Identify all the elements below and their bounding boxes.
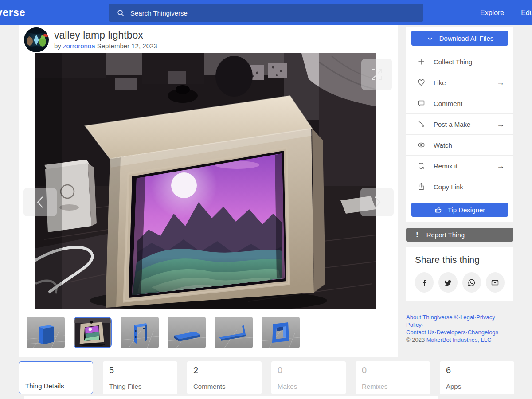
- thumbnail-photo-lightbox[interactable]: [74, 317, 112, 348]
- thumbnail-render-bracket[interactable]: [121, 317, 159, 348]
- nav-link-education[interactable]: Education: [521, 9, 532, 17]
- nav-link-explore[interactable]: Explore: [480, 9, 504, 17]
- tab-apps[interactable]: 6 Apps: [440, 361, 514, 394]
- thing-main-card: valley lamp lightbox by zorroronoa Septe…: [19, 25, 398, 357]
- remix-icon: [417, 161, 426, 170]
- share-whatsapp-button[interactable]: [462, 272, 481, 293]
- search-bar[interactable]: [109, 4, 423, 22]
- byline: by zorroronoa September 12, 2023: [54, 42, 157, 50]
- report-thing-button[interactable]: ! Report Thing: [406, 228, 513, 242]
- author-link[interactable]: zorroronoa: [63, 42, 95, 50]
- details-panel-top: [24, 396, 438, 399]
- valley-lightbox-photo: [35, 53, 376, 309]
- tab-thing-files[interactable]: 5 Thing Files: [103, 361, 177, 394]
- thingiverse-logo[interactable]: verse: [0, 6, 25, 19]
- exclamation-icon: !: [416, 231, 419, 239]
- remix-it-action[interactable]: Remix it →: [406, 155, 513, 176]
- download-all-files-button[interactable]: Download All Files: [411, 31, 508, 46]
- nav-links: Explore Education: [480, 0, 532, 25]
- avatar[interactable]: [24, 27, 49, 52]
- arrow-right-icon: →: [497, 120, 505, 129]
- facebook-icon: [420, 278, 429, 287]
- plus-icon: [417, 57, 426, 66]
- tab-remixes[interactable]: 0 Remixes: [356, 361, 430, 394]
- expand-icon: [368, 66, 386, 83]
- email-icon: [490, 278, 500, 287]
- moon: [171, 172, 197, 198]
- gallery-prev-button[interactable]: [23, 188, 57, 216]
- download-icon: [426, 34, 434, 42]
- tab-comments[interactable]: 2 Comments: [187, 361, 262, 394]
- thingiverse-page: verse Explore Education: [0, 0, 532, 399]
- tip-designer-button[interactable]: Tip Designer: [411, 203, 508, 217]
- arrow-right-icon: →: [497, 78, 505, 87]
- copyright-text: © 2023: [406, 336, 425, 343]
- publish-date: September 12, 2023: [97, 42, 157, 50]
- eye-icon: [417, 141, 426, 149]
- pen-icon: [417, 120, 426, 129]
- footer-links-line2[interactable]: Contact Us·Developers·Changelogs: [406, 329, 498, 336]
- collect-thing-action[interactable]: Collect Thing: [406, 51, 513, 72]
- share-title: Share this thing: [415, 254, 505, 265]
- search-icon: [117, 9, 125, 17]
- heart-icon: [417, 78, 426, 87]
- site-footer: About Thingiverse ®·Legal·Privacy Policy…: [406, 313, 513, 344]
- thumbnail-render-long-strip[interactable]: [215, 317, 253, 348]
- thumbnail-render-open-frame[interactable]: [262, 317, 300, 348]
- thing-tabs: Thing Details 5 Thing Files 2 Comments 0…: [19, 361, 514, 394]
- share-card: Share this thing: [406, 247, 513, 301]
- tab-thing-details[interactable]: Thing Details: [19, 361, 93, 394]
- share-twitter-button[interactable]: [438, 272, 457, 293]
- copy-link-action[interactable]: Copy Link: [406, 176, 513, 197]
- share-facebook-button[interactable]: [415, 272, 434, 293]
- thing-header: valley lamp lightbox by zorroronoa Septe…: [19, 25, 398, 53]
- whatsapp-icon: [467, 278, 476, 287]
- footer-links-line1[interactable]: About Thingiverse ®·Legal·Privacy Policy…: [406, 314, 495, 328]
- byline-prefix: by: [54, 42, 61, 50]
- thumbnail-render-solid-box[interactable]: [27, 317, 65, 348]
- top-navbar: verse Explore Education: [0, 0, 532, 25]
- twitter-icon: [443, 278, 452, 287]
- post-a-make-action[interactable]: Post a Make →: [406, 113, 513, 134]
- thing-title: valley lamp lightbox: [54, 29, 143, 41]
- share-email-button[interactable]: [486, 272, 505, 293]
- chevron-left-icon: [35, 195, 46, 210]
- chevron-right-icon: [372, 195, 383, 210]
- like-action[interactable]: Like →: [406, 72, 513, 93]
- thumbs-up-icon: [434, 206, 442, 214]
- comment-action[interactable]: Comment: [406, 93, 513, 113]
- tab-makes[interactable]: 0 Makes: [271, 361, 346, 394]
- main-image: [35, 53, 376, 309]
- watch-action[interactable]: Watch: [406, 134, 513, 155]
- gallery-next-button[interactable]: [360, 188, 394, 216]
- arrow-right-icon: →: [497, 161, 505, 171]
- search-input[interactable]: [130, 9, 396, 17]
- thumbnail-strip: [27, 317, 300, 348]
- action-sidebar: Download All Files Collect Thing Like → …: [406, 27, 513, 344]
- company-link[interactable]: MakerBot Industries, LLC: [426, 336, 492, 343]
- expand-image-button[interactable]: [361, 59, 392, 90]
- comment-icon: [417, 99, 426, 108]
- thumbnail-render-flat-panel[interactable]: [168, 317, 206, 348]
- share-link-icon: [417, 182, 426, 191]
